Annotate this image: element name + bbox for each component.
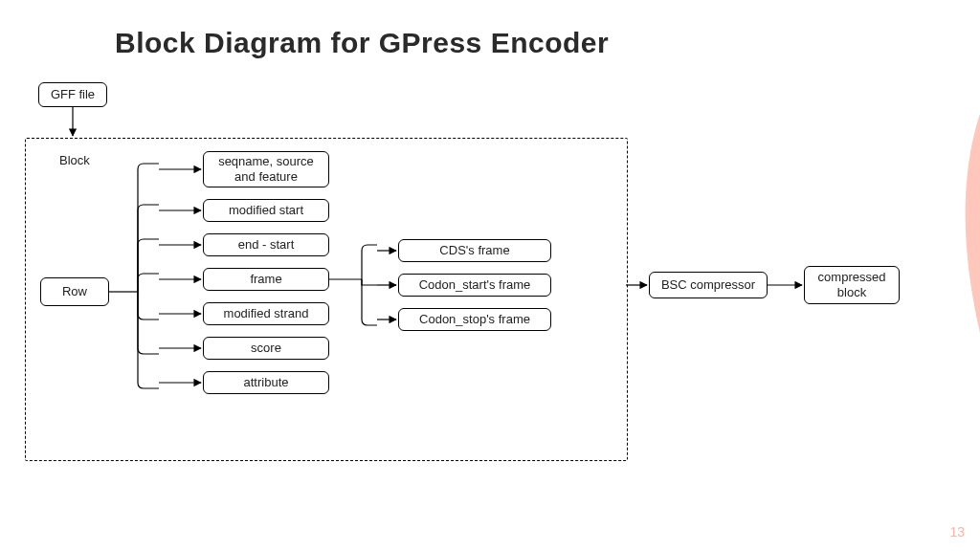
arrows-layer bbox=[19, 82, 938, 484]
diagram-area: GFF file Block Row seqname, source and f… bbox=[19, 82, 938, 484]
page-number: 13 bbox=[949, 524, 965, 540]
slide-title: Block Diagram for GPress Encoder bbox=[115, 27, 609, 59]
